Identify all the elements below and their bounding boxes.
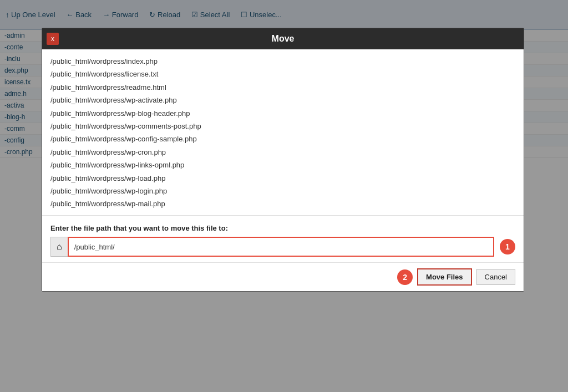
modal-body: /public_html/wordpress/index.php /public… <box>42 49 524 262</box>
modal-footer: 2 Move Files Cancel <box>42 262 524 291</box>
list-item: /public_html/wordpress/index.php <box>50 55 515 68</box>
list-item: /public_html/wordpress/license.txt <box>50 68 515 80</box>
move-dialog: x Move /public_html/wordpress/index.php … <box>42 28 524 292</box>
list-item: /public_html/wordpress/wp-mail.php <box>50 197 515 210</box>
list-item: /public_html/wordpress/wp-links-opml.php <box>50 159 515 171</box>
destination-label: Enter the file path that you want to mov… <box>50 224 515 232</box>
step-1-badge: 1 <box>500 239 515 254</box>
destination-section: Enter the file path that you want to mov… <box>42 216 524 262</box>
destination-input-row: ⌂ 1 <box>50 237 515 257</box>
list-item: /public_html/wordpress/wp-config-sample.… <box>50 133 515 145</box>
home-button[interactable]: ⌂ <box>50 237 68 257</box>
destination-input[interactable] <box>68 237 494 257</box>
list-item: /public_html/wordpress/wp-load.php <box>50 172 515 185</box>
list-item: /public_html/wordpress/wp-login.php <box>50 185 515 197</box>
list-item: /public_html/wordpress/wp-cron.php <box>50 146 515 159</box>
cancel-button[interactable]: Cancel <box>476 269 515 285</box>
modal-title: Move <box>272 34 295 43</box>
list-item: /public_html/wordpress/wp-blog-header.ph… <box>50 107 515 120</box>
list-item: /public_html/wordpress/wp-comments-post.… <box>50 120 515 133</box>
modal-close-button[interactable]: x <box>47 33 59 45</box>
list-item: /public_html/wordpress/wp-activate.php <box>50 94 515 106</box>
move-files-button[interactable]: Move Files <box>417 268 471 286</box>
modal-file-list[interactable]: /public_html/wordpress/index.php /public… <box>42 49 524 216</box>
step-2-badge: 2 <box>397 269 413 285</box>
modal-header: x Move <box>42 28 524 49</box>
list-item: /public_html/wordpress/readme.html <box>50 81 515 94</box>
